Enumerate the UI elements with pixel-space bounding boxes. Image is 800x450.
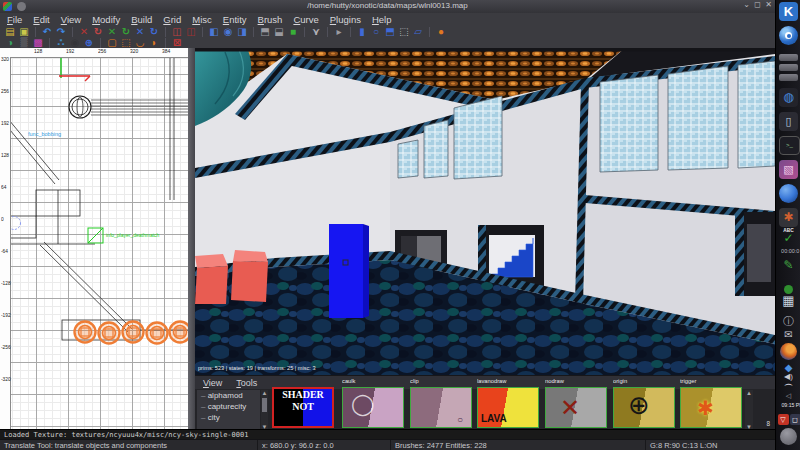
viewport-splitter[interactable] (188, 48, 195, 429)
menu-item[interactable]: Brush (258, 14, 283, 25)
toolbar-icon[interactable]: ⬒ (258, 26, 272, 37)
menu-item[interactable]: Plugins (330, 14, 361, 25)
window-control-button[interactable]: ⌄ (741, 0, 752, 10)
toolbar-icon[interactable] (202, 27, 203, 37)
toolbar-icon[interactable] (100, 38, 101, 48)
graphics-app-icon[interactable]: ✱ (779, 208, 798, 227)
window-control-button[interactable]: ◻ (752, 0, 763, 10)
toolbar-icon[interactable]: ⬚ (397, 26, 411, 37)
toolbar-icon[interactable]: ● (434, 26, 448, 37)
chromium-browser-icon[interactable] (779, 26, 798, 45)
toolbar-icon[interactable] (165, 38, 166, 48)
menu-item[interactable]: Edit (33, 14, 49, 25)
toolbar-icon[interactable]: ∴ (54, 37, 68, 48)
tray-app-icon[interactable]: ◻ (790, 414, 800, 425)
texture-thumbnail[interactable] (680, 387, 742, 428)
scroll-up-icon[interactable]: ▲ (745, 390, 753, 396)
texture-thumbnail-selected[interactable]: SHADER NOT (272, 387, 334, 428)
toolbar-icon[interactable]: ◉ (68, 37, 82, 48)
window-control-button[interactable]: ✕ (763, 0, 774, 10)
menu-item[interactable]: Modify (92, 14, 120, 25)
camera-3d-viewport[interactable]: prims: 523 | states: 19 | transforms: 25… (195, 48, 775, 375)
title-bar[interactable]: /home/hutty/xonotic/data/maps/wlnl0013.m… (0, 0, 775, 14)
toolbar-icon[interactable]: ◉ (221, 26, 235, 37)
spellcheck-icon[interactable]: ABC ✓ (779, 228, 798, 246)
toolbar-icon[interactable]: ▤ (3, 26, 17, 37)
mail-icon[interactable]: ✉ (779, 329, 798, 340)
menu-item[interactable]: File (7, 14, 22, 25)
toolbar-icon[interactable]: ✕ (105, 26, 119, 37)
menu-item[interactable]: View (203, 378, 222, 388)
toolbar-icon[interactable]: ⋎ (309, 26, 323, 37)
toolbar-icon[interactable]: ◫ (170, 26, 184, 37)
toolbar-icon[interactable] (429, 27, 430, 37)
texture-thumbnail[interactable]: LAVA (477, 387, 539, 428)
firefox-browser-icon[interactable] (780, 343, 797, 360)
toolbar-icon[interactable]: ■ (286, 26, 300, 37)
window-list-item[interactable] (779, 64, 798, 71)
app-icon-blue-swirl[interactable]: ◍ (779, 88, 798, 107)
calculator-icon[interactable]: ▦ (779, 293, 798, 308)
texture-thumbnail[interactable] (545, 387, 607, 428)
info-icon[interactable]: ⓘ (779, 314, 798, 329)
toolbar-icon[interactable]: ▒ (17, 37, 31, 48)
toolbar-icon[interactable]: ◧ (207, 26, 221, 37)
toolbar-icon[interactable]: ⊠ (170, 37, 184, 48)
menu-item[interactable]: Curve (293, 14, 318, 25)
menu-item[interactable]: Build (131, 14, 152, 25)
toolbar-icon[interactable]: ↻ (147, 26, 161, 37)
texture-thumbnail[interactable] (410, 387, 472, 428)
image-viewer-icon[interactable]: ▧ (779, 160, 798, 179)
toolbar-icon[interactable]: ▢ (105, 37, 119, 48)
toolbar-icon[interactable]: ⊕ (82, 37, 96, 48)
toolbar-icon[interactable] (49, 38, 50, 48)
toolbar-icon[interactable]: ▮ (355, 26, 369, 37)
texture-folder[interactable]: capturecity (197, 401, 260, 412)
toolbar-icon[interactable]: ▱ (411, 26, 425, 37)
toolbar-icon[interactable]: ◡ (133, 37, 147, 48)
menu-item[interactable]: Help (372, 14, 392, 25)
toolbar-icon[interactable] (350, 27, 351, 37)
toolbar-icon[interactable]: ▣ (17, 26, 31, 37)
texture-tile-nodraw[interactable]: nodraw (545, 378, 607, 428)
volume-small-icon[interactable]: ◁ (779, 392, 798, 400)
security-shield-icon[interactable]: ▽ (778, 414, 789, 425)
texture-scrollbar[interactable]: ▲ ▼ (745, 390, 753, 430)
toolbar-icon[interactable]: ⬚ (119, 37, 133, 48)
window-list-item[interactable] (779, 54, 798, 61)
toolbar-icon[interactable]: ↶ (40, 26, 54, 37)
toolbar-icon[interactable]: ↷ (54, 26, 68, 37)
texture-tile-shader-not-found[interactable]: SHADER NOT (272, 378, 334, 428)
toolbar-icon[interactable]: ○ (369, 26, 383, 37)
menu-item[interactable]: Tools (236, 378, 257, 388)
toolbar-icon[interactable]: ⬒ (383, 26, 397, 37)
menu-item[interactable]: Grid (163, 14, 181, 25)
toolbar-icon[interactable]: ↻ (119, 26, 133, 37)
toolbar-icon[interactable] (165, 27, 166, 37)
globe-icon[interactable] (780, 428, 797, 445)
app-icon-blue-ball[interactable] (779, 184, 798, 203)
toolbar-icon[interactable]: ◑ (3, 37, 17, 48)
menu-item[interactable]: View (61, 14, 81, 25)
toolbar-icon[interactable] (35, 27, 36, 37)
timer-widget[interactable]: 00:00:0 (781, 248, 796, 253)
texture-thumbnail[interactable] (342, 387, 404, 428)
toolbar-icon[interactable]: ◫ (184, 26, 198, 37)
scroll-up-icon[interactable]: ▲ (261, 390, 268, 396)
toolbar-icon[interactable]: ▸ (332, 26, 346, 37)
texture-thumbnail[interactable] (613, 387, 675, 428)
menu-item[interactable]: Misc (192, 14, 212, 25)
toolbar-icon[interactable]: ▩ (31, 37, 45, 48)
toolbar-icon[interactable] (304, 27, 305, 37)
terminal-icon[interactable]: >_ (779, 136, 800, 155)
volume-icon[interactable]: ◀) (779, 372, 798, 381)
scrollbar-thumb[interactable] (262, 398, 267, 412)
grid-2d-viewport[interactable]: func_bobbing info_player_deathmatch (0, 48, 188, 429)
folder-list-scrollbar[interactable]: ▲ ▼ (261, 390, 268, 430)
file-manager-icon[interactable]: ▯ (779, 112, 798, 131)
toolbar-icon[interactable]: ↻ (91, 26, 105, 37)
toolbar-icon[interactable]: ✕ (77, 26, 91, 37)
toolbar-icon[interactable]: ✕ (133, 26, 147, 37)
menu-item[interactable]: Entity (223, 14, 247, 25)
toolbar-icon[interactable]: ◗ (147, 37, 161, 48)
